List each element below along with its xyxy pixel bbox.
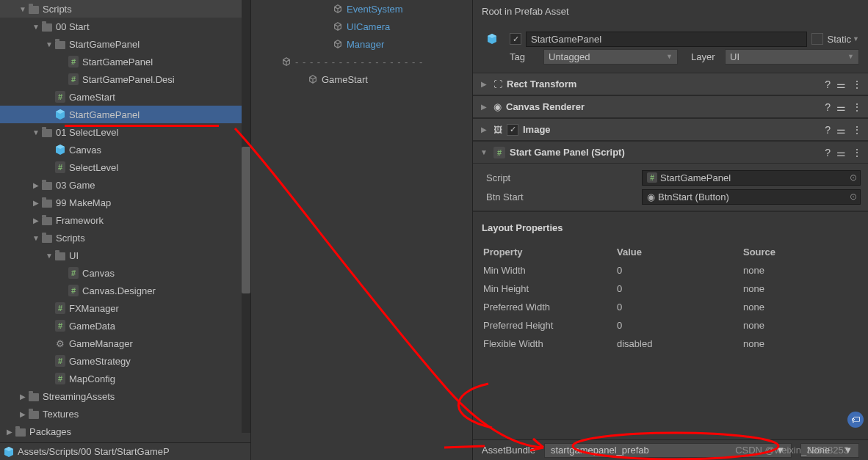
static-checkbox[interactable] [811,33,823,45]
tree-item[interactable]: #GameStart [0,88,250,106]
hierarchy-item[interactable]: EventSystem [251,0,472,18]
tree-item[interactable]: Packages [0,423,250,440]
hierarchy-item[interactable]: UICamera [251,18,472,35]
tree-item[interactable]: #GameStrategy [0,352,250,370]
expand-arrow[interactable] [44,39,54,49]
static-label[interactable]: Static▼ [828,34,859,45]
tree-item[interactable]: #Canvas [0,264,250,282]
expand-arrow[interactable] [479,102,489,112]
tree-item[interactable]: Textures [0,405,250,423]
tree-item[interactable]: Canvas [0,141,250,158]
component-header[interactable]: #Start Game Panel (Script)?⚌⋮ [473,142,868,164]
hierarchy-label: Manager [347,39,384,50]
layout-prop: Flexible Width [483,335,615,352]
expand-arrow[interactable] [18,391,28,401]
component-header[interactable]: 🖼✓Image?⚌⋮ [473,119,868,141]
layout-row: Min Width0none [483,262,858,279]
tree-label: Canvas [82,268,115,279]
tag-icon-button[interactable]: 🏷 [847,412,864,428]
layer-dropdown[interactable]: UI▼ [725,49,859,65]
layout-value: disabled [617,335,742,352]
scrollbar[interactable] [242,0,250,433]
expand-arrow[interactable] [31,233,41,243]
tree-item[interactable]: #SelectLevel [0,158,250,176]
hierarchy-item[interactable]: Manager [251,35,472,53]
tree-item[interactable]: StartGamePanel [0,35,250,53]
expand-arrow[interactable] [44,250,54,260]
expand-arrow[interactable] [31,215,41,225]
tree-item[interactable]: #GameData [0,317,250,335]
expand-arrow[interactable] [31,180,41,190]
help-icon[interactable]: ? [825,124,831,136]
layout-value: 0 [617,262,742,279]
expand-arrow[interactable] [31,127,41,137]
tree-item[interactable]: #StartGamePanel.Desi [0,70,250,88]
tree-item[interactable]: StartGamePanel [0,106,250,123]
object-picker-icon[interactable]: ⊙ [850,191,857,202]
tag-dropdown[interactable]: Untagged▼ [543,49,678,65]
folder-icon [28,408,40,420]
tree-item[interactable]: #StartGamePanel [0,53,250,70]
tree-item[interactable]: Scripts [0,229,250,247]
component: ⛶Rect Transform?⚌⋮ [473,73,868,96]
watermark: CSDN @weixin_39538253 [735,445,849,456]
property-row: Btn Start◉BtnStart (Button)⊙ [480,187,861,206]
hierarchy-label: EventSystem [347,4,403,15]
menu-icon[interactable]: ⋮ [852,124,862,136]
help-icon[interactable]: ? [825,147,831,158]
menu-icon[interactable]: ⋮ [852,147,862,158]
preset-icon[interactable]: ⚌ [836,124,846,136]
layout-row: Flexible Widthdisablednone [483,335,858,352]
tree-item[interactable]: 99 MakeMap [0,194,250,211]
tree-item[interactable]: UI [0,247,250,264]
tree-item[interactable]: Scripts [0,0,250,18]
tree-item[interactable]: 03 Game [0,176,250,194]
layout-value: 0 [617,299,742,315]
expand-arrow[interactable] [31,197,41,208]
layer-label: Layer [691,51,720,62]
tree-item[interactable]: #MapConfig [0,370,250,387]
tree-item[interactable]: 00 Start [0,18,250,35]
object-field[interactable]: ◉BtnStart (Button)⊙ [642,189,861,205]
component: #Start Game Panel (Script)?⚌⋮Script#Star… [473,142,868,211]
inspector-header: ✓ StartGamePanel Static▼ Tag Untagged▼ L… [473,23,868,73]
expand-arrow[interactable] [18,4,28,14]
expand-arrow[interactable] [31,21,41,32]
prefab-icon [482,29,502,49]
help-icon[interactable]: ? [825,79,831,90]
preset-icon[interactable]: ⚌ [836,79,846,90]
folder-icon [41,197,53,208]
object-field[interactable]: #StartGamePanel⊙ [642,170,861,186]
script-icon: # [68,285,79,296]
expand-arrow[interactable] [18,409,28,419]
layout-value: 0 [617,280,742,297]
property-label: Btn Start [480,191,642,202]
layout-source: none [743,262,858,279]
object-picker-icon[interactable]: ⊙ [850,172,857,183]
component-header[interactable]: ⛶Rect Transform?⚌⋮ [473,73,868,95]
tree-item[interactable]: #Canvas.Designer [0,282,250,299]
gameobject-name-input[interactable]: StartGamePanel [526,32,807,47]
tree-item[interactable]: #FXManager [0,299,250,317]
component-enabled-checkbox[interactable]: ✓ [507,124,518,136]
expand-arrow[interactable] [479,79,489,90]
component-title: Canvas Renderer [506,101,820,112]
preset-icon[interactable]: ⚌ [836,147,846,158]
active-checkbox[interactable]: ✓ [510,33,521,45]
expand-arrow[interactable] [4,426,15,437]
folder-icon [41,126,53,138]
menu-icon[interactable]: ⋮ [852,101,862,113]
layout-source: none [743,317,858,334]
hierarchy-item[interactable]: GameStart [251,70,472,88]
component-header[interactable]: ◉Canvas Renderer?⚌⋮ [473,96,868,118]
tree-label: StartGamePanel [69,39,140,50]
expand-arrow[interactable] [479,147,489,158]
preset-icon[interactable]: ⚌ [836,101,846,113]
help-icon[interactable]: ? [825,101,831,113]
tree-item[interactable]: ⚙GameManager [0,335,250,352]
menu-icon[interactable]: ⋮ [852,79,862,90]
tree-item[interactable]: Framework [0,211,250,229]
tree-label: 01 SelectLevel [56,127,118,138]
expand-arrow[interactable] [479,125,489,135]
tree-item[interactable]: StreamingAssets [0,387,250,405]
